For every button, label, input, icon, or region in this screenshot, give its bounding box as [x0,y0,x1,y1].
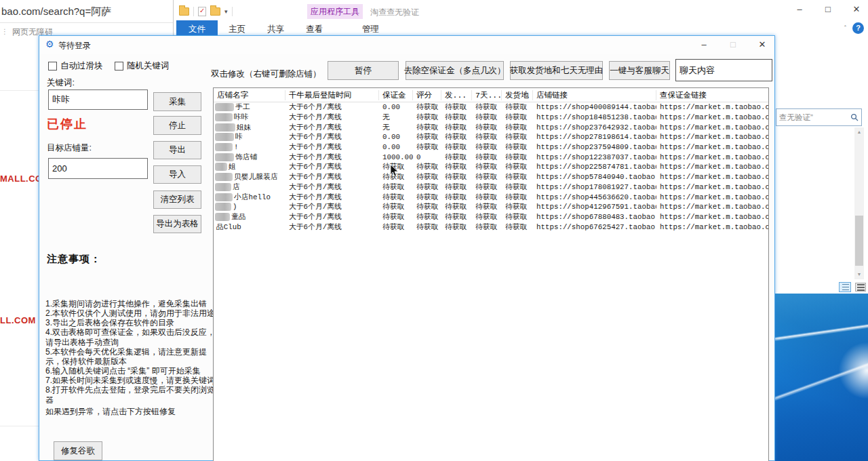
maximize-icon[interactable]: □ [723,39,743,51]
table-row[interactable]: 小店hello 大于6个月/离线 待获取 待获取 待获取 待获取 待获取 htt… [214,192,768,202]
cell-score: 待获取 [413,113,441,122]
notes-list: 1.采集期间请勿进行其他操作，避免采集出错2.本软件仅供个人测试使用，请勿用于非… [45,299,218,405]
folder-icon[interactable] [210,7,220,16]
table-row[interactable]: 咔 大于6个月/离线 0.00 待获取 待获取 待获取 待获取 https://… [214,132,768,142]
cell-shop-link: https://shop122387037.taobao.com/ [533,153,656,162]
cell-shipping: 待获取 [441,182,472,192]
pause-button[interactable]: 暂停 [328,61,399,80]
cell-score: 待获取 [413,212,441,222]
table-row[interactable]: 手工 大于6个月/离线 0.00 待获取 待获取 待获取 待获取 https:/… [214,102,768,113]
cell-last-login: 大于6个月/离线 [285,113,379,122]
search-icon [850,113,859,121]
chat-content-input[interactable]: 聊天内容 [675,59,772,81]
maximize-icon[interactable]: □ [822,4,834,14]
repair-chrome-button[interactable]: 修复谷歌 [54,441,102,460]
cell-shipping: 待获取 [441,123,472,132]
col-shipping[interactable]: 发... [441,90,472,100]
cell-score: 待获取 [413,142,441,152]
random-keyword-label: 随机关键词 [127,60,170,72]
cell-last-login: 大于6个月/离线 [285,202,379,212]
censored-blur [215,173,233,181]
table-row[interactable]: ! 大于6个月/离线 0.00 待获取 待获取 待获取 待获取 https://… [214,142,768,153]
col-score[interactable]: 评分 [413,90,441,100]
table-row[interactable]: 咔咔 大于6个月/离线 无 待获取 待获取 待获取 待获取 https://sh… [214,113,768,123]
censored-blur [215,103,234,111]
cell-deposit: 无 [379,123,413,132]
col-ship-from[interactable]: 发货地 [502,90,533,100]
target-count-value: 200 [52,163,67,174]
cell-score: 待获取 [413,202,441,212]
tmall-logo-lower: LL.COM [0,315,36,325]
checkbox-icon[interactable] [48,62,57,71]
stop-button[interactable]: 停止 [153,116,201,135]
divider [0,90,39,91]
cell-deposit-link: https://market.m.taobao.com/e [656,142,768,152]
cell-shipping: 待获取 [441,222,472,232]
export-table-button[interactable]: 导出为表格 [153,215,201,233]
help-icon[interactable]: ? [852,22,864,34]
browser-address-bar[interactable]: bao.com/search?q=阿萨 [0,0,174,23]
note-line: 6.输入随机关键词点击 “采集” 即可开始采集 [45,366,218,376]
cell-shop-name: 贝婴儿服装店 [214,172,285,182]
auto-slider-checkbox[interactable]: 自动过滑块 [48,60,103,72]
collect-button[interactable]: 采集 [153,92,201,111]
browser-address-text[interactable]: bao.com/search?q=阿萨 [1,5,111,18]
table-row[interactable]: 饰店铺 大于6个月/离线 1000.00 0 待获取 待获取 待获取 https… [214,152,768,162]
close-icon[interactable]: ✕ [850,4,863,14]
table-row[interactable]: 品Club 大于6个月/离线 待获取 待获取 待获取 待获取 待获取 https… [214,222,768,232]
scrollbar-thumb[interactable] [855,216,863,266]
status-text: 已停止 [47,116,87,132]
thumbnail-view-icon[interactable] [855,283,866,292]
col-last-login[interactable]: 千牛最后登陆时间 [285,90,379,100]
table-row[interactable]: 童品 大于6个月/离线 待获取 待获取 待获取 待获取 待获取 https://… [214,212,768,222]
table-row[interactable]: 姐妹 大于6个月/离线 无 待获取 待获取 待获取 待获取 https://sh… [214,122,768,132]
cell-last-login: 大于6个月/离线 [285,153,379,162]
random-keyword-checkbox[interactable]: 随机关键词 [115,60,170,72]
cell-seven-day: 待获取 [472,222,502,232]
scroll-up-icon[interactable]: ▲ [854,127,864,137]
table-row[interactable]: 店 大于6个月/离线 待获取 待获取 待获取 待获取 待获取 https://s… [214,182,768,193]
cell-shipping: 待获取 [441,193,472,202]
dialog-titlebar[interactable]: ⚙ 等待登录 – □ ✕ [39,36,774,54]
close-icon[interactable]: ✕ [752,39,772,51]
col-shop-link[interactable]: 店铺链接 [533,90,656,100]
explorer-search-box[interactable]: 查无验证” [776,108,862,126]
scroll-down-icon[interactable]: ▼ [854,270,864,279]
quick-access-toolbar: ▾ [179,7,233,16]
col-seven-day[interactable]: 7天... [472,90,502,100]
cell-shop-link: https://shop237642932.taobao.com/ [533,123,656,132]
col-deposit-link[interactable]: 查保证金链接 [656,90,768,100]
table-row[interactable]: 贝婴儿服装店 大于6个月/离线 待获取 待获取 待获取 待获取 待获取 http… [214,172,768,182]
get-shipping-info-button[interactable]: 获取发货地和七天无理由 [510,61,603,80]
cell-ship-from: 待获取 [502,182,533,192]
table-row[interactable]: ) 大于6个月/离线 待获取 待获取 待获取 待获取 待获取 https://s… [214,202,768,212]
qat-dropdown-icon[interactable]: ▾ [224,8,228,15]
export-button[interactable]: 导出 [153,141,201,159]
clear-list-button[interactable]: 清空列表 [153,191,201,209]
cell-score: 0 [413,153,441,162]
import-button[interactable]: 导入 [153,165,201,184]
divider [193,7,194,16]
explorer-scrollbar[interactable]: ▲ ▼ [854,127,864,279]
minimize-icon[interactable]: – [694,39,714,51]
checked-document-icon[interactable] [198,7,206,16]
shop-table[interactable]: 店铺名字 千牛最后登陆时间 保证金 评分 发... 7天... 发货地 店铺链接… [213,87,769,461]
cell-shipping: 待获取 [441,113,472,122]
checkbox-icon[interactable] [115,62,123,71]
ribbon-collapse-icon[interactable]: ˆ [844,24,846,31]
auto-slider-label: 自动过滑块 [60,60,103,72]
keyword-input[interactable]: 咔咔 [48,89,148,110]
col-deposit[interactable]: 保证金 [379,90,413,100]
cell-score: 待获取 [413,162,441,172]
folder-icon[interactable] [179,7,189,16]
cell-ship-from: 待获取 [502,153,533,162]
minimize-icon[interactable]: – [793,4,806,14]
list-view-icon[interactable] [839,282,851,292]
chat-with-service-button[interactable]: 一键与客服聊天 [609,61,670,80]
target-count-label: 目标店铺量: [47,142,92,154]
cell-seven-day: 待获取 [472,162,502,172]
target-count-input[interactable]: 200 [48,158,148,179]
clear-empty-deposit-button[interactable]: 去除空保证金（多点几次） [406,61,504,80]
table-row[interactable]: 姐 大于6个月/离线 待获取 待获取 待获取 待获取 待获取 https://s… [214,162,768,172]
col-shop-name[interactable]: 店铺名字 [214,90,285,100]
